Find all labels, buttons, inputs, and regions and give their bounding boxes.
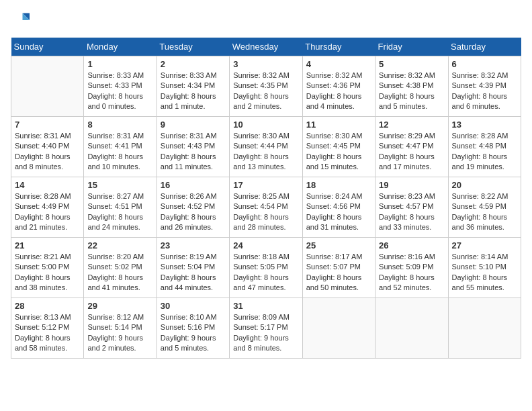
calendar-cell: 31Sunrise: 8:09 AM Sunset: 5:17 PM Dayli… — [230, 298, 302, 359]
day-info: Sunrise: 8:22 AM Sunset: 4:59 PM Dayligh… — [452, 191, 517, 233]
day-info: Sunrise: 8:32 AM Sunset: 4:35 PM Dayligh… — [233, 71, 298, 112]
day-info: Sunrise: 8:31 AM Sunset: 4:43 PM Dayligh… — [161, 131, 226, 173]
logo — [11, 11, 32, 30]
day-number: 11 — [306, 120, 371, 130]
calendar-cell: 25Sunrise: 8:17 AM Sunset: 5:07 PM Dayli… — [302, 238, 375, 298]
day-info: Sunrise: 8:26 AM Sunset: 4:52 PM Dayligh… — [161, 191, 226, 233]
day-info: Sunrise: 8:29 AM Sunset: 4:47 PM Dayligh… — [379, 131, 444, 173]
day-number: 9 — [161, 120, 226, 130]
day-header-saturday: Saturday — [448, 38, 521, 56]
calendar-cell: 8Sunrise: 8:31 AM Sunset: 4:41 PM Daylig… — [84, 117, 157, 177]
day-info: Sunrise: 8:32 AM Sunset: 4:36 PM Dayligh… — [306, 71, 371, 112]
day-info: Sunrise: 8:30 AM Sunset: 4:45 PM Dayligh… — [306, 131, 371, 173]
calendar-cell: 1Sunrise: 8:33 AM Sunset: 4:33 PM Daylig… — [84, 56, 157, 117]
calendar-header-row: SundayMondayTuesdayWednesdayThursdayFrid… — [11, 38, 521, 56]
day-number: 17 — [233, 180, 298, 190]
calendar-table: SundayMondayTuesdayWednesdayThursdayFrid… — [11, 38, 521, 359]
day-number: 15 — [87, 180, 152, 190]
calendar-cell: 23Sunrise: 8:19 AM Sunset: 5:04 PM Dayli… — [157, 238, 229, 298]
calendar-cell: 17Sunrise: 8:25 AM Sunset: 4:54 PM Dayli… — [230, 177, 302, 238]
calendar-week-row: 1Sunrise: 8:33 AM Sunset: 4:33 PM Daylig… — [11, 56, 521, 117]
calendar-cell: 6Sunrise: 8:32 AM Sunset: 4:39 PM Daylig… — [448, 56, 521, 117]
calendar-cell: 19Sunrise: 8:23 AM Sunset: 4:57 PM Dayli… — [375, 177, 448, 238]
day-number: 24 — [233, 240, 298, 250]
day-number: 19 — [379, 180, 444, 190]
day-info: Sunrise: 8:20 AM Sunset: 5:02 PM Dayligh… — [87, 252, 152, 293]
day-header-tuesday: Tuesday — [157, 38, 229, 56]
day-info: Sunrise: 8:32 AM Sunset: 4:39 PM Dayligh… — [452, 71, 517, 112]
day-number: 2 — [161, 59, 226, 69]
day-info: Sunrise: 8:10 AM Sunset: 5:16 PM Dayligh… — [161, 312, 226, 354]
day-number: 18 — [306, 180, 371, 190]
calendar-cell: 18Sunrise: 8:24 AM Sunset: 4:56 PM Dayli… — [302, 177, 375, 238]
calendar-cell: 2Sunrise: 8:33 AM Sunset: 4:34 PM Daylig… — [157, 56, 229, 117]
day-header-friday: Friday — [375, 38, 448, 56]
calendar-cell: 11Sunrise: 8:30 AM Sunset: 4:45 PM Dayli… — [302, 117, 375, 177]
day-info: Sunrise: 8:27 AM Sunset: 4:51 PM Dayligh… — [87, 191, 152, 233]
day-number: 13 — [452, 120, 517, 130]
day-number: 22 — [87, 240, 152, 250]
day-number: 10 — [233, 120, 298, 130]
day-header-sunday: Sunday — [11, 38, 84, 56]
day-header-wednesday: Wednesday — [230, 38, 302, 56]
day-number: 27 — [452, 240, 517, 250]
day-info: Sunrise: 8:31 AM Sunset: 4:41 PM Dayligh… — [87, 131, 152, 173]
day-info: Sunrise: 8:30 AM Sunset: 4:44 PM Dayligh… — [233, 131, 298, 173]
calendar-cell: 20Sunrise: 8:22 AM Sunset: 4:59 PM Dayli… — [448, 177, 521, 238]
calendar-week-row: 14Sunrise: 8:28 AM Sunset: 4:49 PM Dayli… — [11, 177, 521, 238]
day-info: Sunrise: 8:32 AM Sunset: 4:38 PM Dayligh… — [379, 71, 444, 112]
day-number: 23 — [161, 240, 226, 250]
day-number: 26 — [379, 240, 444, 250]
calendar-cell: 13Sunrise: 8:28 AM Sunset: 4:48 PM Dayli… — [448, 117, 521, 177]
day-info: Sunrise: 8:28 AM Sunset: 4:48 PM Dayligh… — [452, 131, 517, 173]
calendar-cell: 4Sunrise: 8:32 AM Sunset: 4:36 PM Daylig… — [302, 56, 375, 117]
day-header-thursday: Thursday — [302, 38, 375, 56]
day-info: Sunrise: 8:19 AM Sunset: 5:04 PM Dayligh… — [161, 252, 226, 293]
day-info: Sunrise: 8:18 AM Sunset: 5:05 PM Dayligh… — [233, 252, 298, 293]
day-info: Sunrise: 8:14 AM Sunset: 5:10 PM Dayligh… — [452, 252, 517, 293]
day-number: 25 — [306, 240, 371, 250]
calendar-cell: 30Sunrise: 8:10 AM Sunset: 5:16 PM Dayli… — [157, 298, 229, 359]
day-number: 21 — [15, 240, 80, 250]
day-number: 4 — [306, 59, 371, 69]
calendar-cell — [11, 56, 84, 117]
calendar-cell: 10Sunrise: 8:30 AM Sunset: 4:44 PM Dayli… — [230, 117, 302, 177]
day-number: 30 — [161, 301, 226, 311]
calendar-cell: 3Sunrise: 8:32 AM Sunset: 4:35 PM Daylig… — [230, 56, 302, 117]
day-info: Sunrise: 8:13 AM Sunset: 5:12 PM Dayligh… — [15, 312, 80, 354]
day-info: Sunrise: 8:31 AM Sunset: 4:40 PM Dayligh… — [15, 131, 80, 173]
day-number: 28 — [15, 301, 80, 311]
day-info: Sunrise: 8:24 AM Sunset: 4:56 PM Dayligh… — [306, 191, 371, 233]
calendar-cell: 16Sunrise: 8:26 AM Sunset: 4:52 PM Dayli… — [157, 177, 229, 238]
day-number: 8 — [87, 120, 152, 130]
day-info: Sunrise: 8:33 AM Sunset: 4:33 PM Dayligh… — [87, 71, 152, 112]
day-info: Sunrise: 8:12 AM Sunset: 5:14 PM Dayligh… — [87, 312, 152, 354]
calendar-cell: 21Sunrise: 8:21 AM Sunset: 5:00 PM Dayli… — [11, 238, 84, 298]
calendar-cell: 5Sunrise: 8:32 AM Sunset: 4:38 PM Daylig… — [375, 56, 448, 117]
day-number: 16 — [161, 180, 226, 190]
calendar-cell: 28Sunrise: 8:13 AM Sunset: 5:12 PM Dayli… — [11, 298, 84, 359]
day-number: 14 — [15, 180, 80, 190]
day-number: 5 — [379, 59, 444, 69]
calendar-cell: 14Sunrise: 8:28 AM Sunset: 4:49 PM Dayli… — [11, 177, 84, 238]
calendar-cell: 22Sunrise: 8:20 AM Sunset: 5:02 PM Dayli… — [84, 238, 157, 298]
calendar-cell: 27Sunrise: 8:14 AM Sunset: 5:10 PM Dayli… — [448, 238, 521, 298]
calendar-cell: 24Sunrise: 8:18 AM Sunset: 5:05 PM Dayli… — [230, 238, 302, 298]
calendar-cell: 15Sunrise: 8:27 AM Sunset: 4:51 PM Dayli… — [84, 177, 157, 238]
calendar-cell — [302, 298, 375, 359]
calendar-cell: 7Sunrise: 8:31 AM Sunset: 4:40 PM Daylig… — [11, 117, 84, 177]
calendar-cell — [448, 298, 521, 359]
calendar-body: 1Sunrise: 8:33 AM Sunset: 4:33 PM Daylig… — [11, 56, 521, 359]
calendar-cell: 29Sunrise: 8:12 AM Sunset: 5:14 PM Dayli… — [84, 298, 157, 359]
day-number: 1 — [87, 59, 152, 69]
day-number: 31 — [233, 301, 298, 311]
day-number: 7 — [15, 120, 80, 130]
page-header — [11, 11, 521, 30]
day-info: Sunrise: 8:17 AM Sunset: 5:07 PM Dayligh… — [306, 252, 371, 293]
day-number: 6 — [452, 59, 517, 69]
calendar-cell: 9Sunrise: 8:31 AM Sunset: 4:43 PM Daylig… — [157, 117, 229, 177]
calendar-cell: 12Sunrise: 8:29 AM Sunset: 4:47 PM Dayli… — [375, 117, 448, 177]
day-header-monday: Monday — [84, 38, 157, 56]
day-number: 12 — [379, 120, 444, 130]
calendar-week-row: 28Sunrise: 8:13 AM Sunset: 5:12 PM Dayli… — [11, 298, 521, 359]
